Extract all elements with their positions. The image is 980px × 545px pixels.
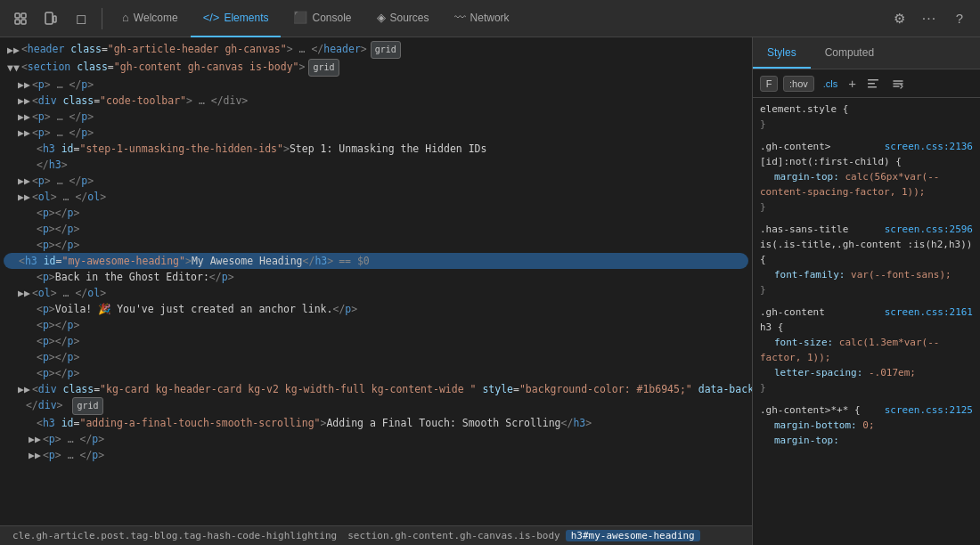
dom-line[interactable]: ▶<h3 id="my-awesome-heading">My Awesome … [4, 253, 748, 269]
dom-line[interactable]: ▶<p>Voila! 🎉 You've just created an anch… [0, 301, 752, 317]
styles-panel: Styles Computed F :hov .cls + [753, 37, 980, 545]
dom-line[interactable]: ▶<p> … </p> [0, 447, 752, 463]
dom-line[interactable]: ▶<div class="code-toolbar"> … </div> [0, 93, 752, 109]
style-property-line[interactable]: margin-bottom: 0; [760, 418, 973, 433]
style-selector-line: screen.css:2596.has-sans-title [760, 222, 973, 237]
main-tab-list: ⌂ Welcome </> Elements ⬛ Console ◈ Sourc… [110, 0, 522, 37]
style-pseudo-line: h3 { [760, 320, 973, 335]
tab-computed[interactable]: Computed [811, 37, 888, 69]
devtools-toolbar: ◻ ⌂ Welcome </> Elements ⬛ Console ◈ Sou… [0, 0, 980, 37]
tab-console-label: Console [312, 12, 351, 24]
dom-content[interactable]: ▶<header class="gh-article-header gh-can… [0, 37, 752, 525]
tab-welcome[interactable]: ⌂ Welcome [110, 0, 191, 37]
tab-elements[interactable]: </> Elements [191, 0, 282, 37]
style-rule-end: } [760, 380, 973, 395]
style-pseudo-line: [id]:not(:first-child) { [760, 154, 973, 169]
styles-icon-2[interactable] [888, 74, 908, 94]
tab-welcome-label: Welcome [134, 12, 178, 24]
filter-box: F [760, 76, 778, 92]
style-property-line[interactable]: margin-top: calc(56px*var(--content-spac… [760, 169, 973, 199]
style-rule-end: } [760, 282, 973, 297]
style-rule: screen.css:2136.gh-content>[id]:not(:fir… [760, 139, 973, 215]
svg-rect-7 [868, 83, 875, 85]
add-style-rule-button[interactable]: + [846, 76, 858, 91]
toolbar-right: ⚙ ··· ? [886, 5, 973, 32]
tab-network-label: Network [470, 12, 510, 24]
dom-line[interactable]: ▶<p>Back in the Ghost Editor:</p> [0, 269, 752, 285]
svg-rect-5 [53, 16, 56, 22]
style-rule-end: } [760, 199, 973, 215]
svg-rect-6 [868, 79, 878, 81]
console-icon: ⬛ [293, 11, 307, 24]
settings-icon[interactable]: ⚙ [886, 5, 912, 32]
breadcrumb-bar: cle.gh-article.post.tag-blog.tag-hash-co… [0, 525, 752, 545]
sources-icon: ◈ [377, 11, 386, 24]
help-icon[interactable]: ? [946, 5, 973, 32]
dom-line[interactable]: ▶<p></p> [0, 333, 752, 349]
dom-line[interactable]: ▶<h3 id="step-1-unmasking-the-hidden-ids… [0, 141, 752, 157]
dom-line[interactable]: ▶<p> … </p> [0, 77, 752, 93]
tab-network[interactable]: 〰 Network [442, 0, 522, 37]
dom-line[interactable]: ▶<p></p> [0, 349, 752, 365]
tab-console[interactable]: ⬛ Console [281, 0, 363, 37]
breadcrumb-item[interactable]: h3#my-awesome-heading [566, 530, 700, 541]
tab-computed-label: Computed [825, 46, 874, 59]
svg-rect-0 [15, 13, 20, 18]
breadcrumb-item[interactable]: cle.gh-article.post.tag-blog.tag-hash-co… [7, 530, 342, 541]
dom-line[interactable]: ▶<header class="gh-article-header gh-can… [0, 41, 752, 59]
style-rule: screen.css:2125.gh-content>*+* {margin-b… [760, 403, 973, 448]
style-rule: element.style {} [760, 102, 973, 132]
tab-styles[interactable]: Styles [753, 37, 811, 69]
dom-line[interactable]: ▶</div> grid [0, 397, 752, 415]
more-options-icon[interactable]: ··· [916, 5, 943, 32]
dom-line[interactable]: ▶<p></p> [0, 237, 752, 253]
dom-line[interactable]: ▶<ol> … </ol> [0, 285, 752, 301]
overlay-icon[interactable]: ◻ [68, 5, 94, 32]
cls-button[interactable]: .cls [820, 77, 842, 91]
style-property-line[interactable]: font-family: var(--font-sans); [760, 267, 973, 282]
network-icon: 〰 [454, 11, 466, 24]
tab-sources-label: Sources [390, 12, 429, 24]
style-pseudo-line: is(.is-title,.gh-content :is(h2,h3)) { [760, 237, 973, 267]
style-selector-line: element.style { [760, 102, 973, 117]
style-rule: screen.css:2596.has-sans-titleis(.is-tit… [760, 222, 973, 297]
dom-line[interactable]: ▼<section class="gh-content gh-canvas is… [0, 59, 752, 77]
tab-sources[interactable]: ◈ Sources [364, 0, 442, 37]
dom-line[interactable]: ▶<p></p> [0, 205, 752, 221]
style-property-line[interactable]: letter-spacing: -.017em; [760, 365, 973, 380]
tab-elements-label: Elements [224, 12, 268, 24]
style-file-link[interactable]: screen.css:2161 [885, 305, 973, 320]
style-file-link[interactable]: screen.css:2125 [885, 403, 973, 418]
style-property-line[interactable]: margin-top: [760, 433, 973, 448]
style-file-link[interactable]: screen.css:2136 [885, 139, 973, 154]
device-toolbar-icon[interactable] [37, 5, 64, 32]
style-selector-line: screen.css:2136.gh-content> [760, 139, 973, 154]
hov-button[interactable]: :hov [783, 76, 814, 92]
dom-panel: ▶<header class="gh-article-header gh-can… [0, 37, 753, 545]
dom-line[interactable]: ▶<p> … </p> [0, 125, 752, 141]
dom-line[interactable]: ▶<h3 id="adding-a-final-touch-smooth-scr… [0, 415, 752, 431]
welcome-icon: ⌂ [122, 11, 129, 24]
dom-line[interactable]: ▶<p></p> [0, 365, 752, 381]
dom-line[interactable]: ▶<ol> … </ol> [0, 189, 752, 205]
svg-rect-3 [21, 20, 26, 24]
filter-icon: F [766, 78, 772, 89]
inspect-element-icon[interactable] [7, 5, 34, 32]
toolbar-separator [102, 8, 102, 29]
dom-line[interactable]: ▶<p></p> [0, 317, 752, 333]
dom-line[interactable]: ▶<p></p> [0, 221, 752, 237]
style-file-link[interactable]: screen.css:2596 [885, 222, 973, 237]
styles-content[interactable]: element.style {}screen.css:2136.gh-conte… [753, 98, 980, 545]
dom-line[interactable]: ▶<p> … </p> [0, 431, 752, 447]
styles-toolbar: F :hov .cls + [753, 69, 980, 98]
dom-line[interactable]: ▶<p> … </p> [0, 173, 752, 189]
styles-icon-1[interactable] [863, 74, 883, 94]
breadcrumb-item[interactable]: section.gh-content.gh-canvas.is-body [342, 530, 565, 541]
style-property-line[interactable]: font-size: calc(1.3em*var(--factor, 1)); [760, 335, 973, 365]
dom-line[interactable]: ▶</h3> [0, 157, 752, 173]
dom-line[interactable]: ▶<div class="kg-card kg-header-card kg-v… [0, 381, 752, 397]
svg-rect-1 [21, 13, 26, 18]
dom-line[interactable]: ▶<p> … </p> [0, 109, 752, 125]
svg-rect-8 [868, 86, 877, 88]
tab-styles-label: Styles [767, 46, 796, 59]
